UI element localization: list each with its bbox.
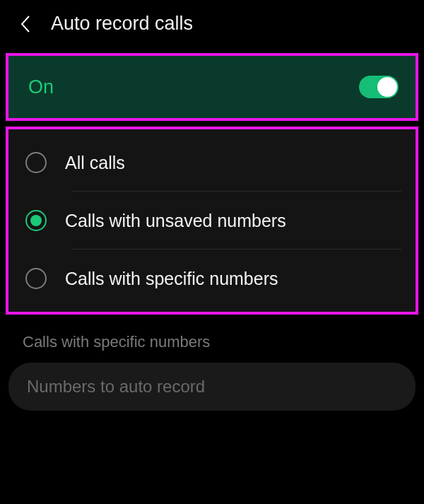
toggle-switch[interactable] — [359, 76, 399, 98]
page-title: Auto record calls — [51, 13, 193, 35]
radio-label: Calls with unsaved numbers — [65, 211, 286, 231]
highlight-toggle-box: On — [6, 53, 418, 121]
options-list: All calls Calls with unsaved numbers Cal… — [8, 129, 416, 312]
toggle-thumb — [377, 77, 397, 97]
header: Auto record calls — [0, 0, 424, 47]
radio-icon — [25, 152, 47, 173]
radio-label: Calls with specific numbers — [65, 269, 278, 289]
radio-icon-selected — [25, 210, 47, 231]
radio-icon — [25, 268, 47, 289]
radio-option-all-calls[interactable]: All calls — [8, 134, 416, 192]
radio-option-specific-numbers[interactable]: Calls with specific numbers — [8, 250, 416, 307]
chevron-left-icon — [19, 14, 32, 34]
back-button[interactable] — [17, 16, 34, 33]
section-label-specific: Calls with specific numbers — [0, 320, 424, 360]
master-toggle-row[interactable]: On — [8, 56, 416, 118]
toggle-label: On — [28, 76, 54, 98]
numbers-input-row[interactable]: Numbers to auto record — [8, 363, 416, 411]
radio-dot-icon — [30, 215, 42, 226]
radio-option-unsaved-numbers[interactable]: Calls with unsaved numbers — [8, 192, 416, 250]
numbers-input-placeholder: Numbers to auto record — [27, 377, 397, 397]
radio-label: All calls — [65, 153, 125, 173]
highlight-options-box: All calls Calls with unsaved numbers Cal… — [6, 127, 418, 315]
